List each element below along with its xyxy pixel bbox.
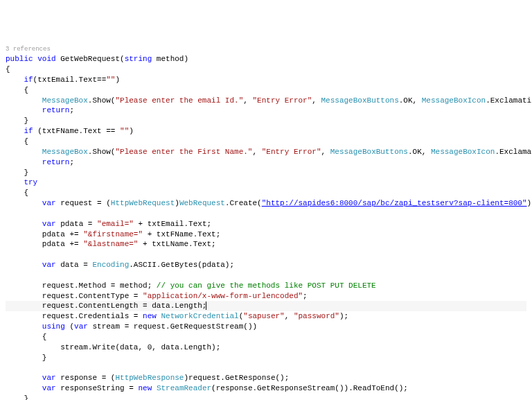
resp-a: response = ( — [56, 374, 116, 382]
pd3a: pdata += — [42, 240, 83, 248]
rs-a: responseString = — [56, 384, 139, 392]
method-name: GetWebRequest( — [56, 55, 125, 63]
ok2: .OK, — [408, 148, 431, 156]
type-nc: NetworkCredential — [161, 312, 238, 320]
mbb2: MessageBoxButtons — [330, 148, 408, 156]
kw-var-stream: var — [74, 322, 88, 331]
rcr-u: "sapuser" — [243, 312, 284, 320]
kw-var-rs: var — [42, 384, 56, 392]
rct-a: request.ContentType = — [42, 292, 143, 300]
cond2-close: ) — [129, 127, 134, 135]
rs-c: (response.GetResponseStream()).ReadToEnd… — [211, 384, 408, 392]
cond2: (txtFName.Text == — [33, 127, 120, 135]
mbi2: MessageBoxIcon — [431, 148, 495, 156]
type-hwr: HttpWebRequest — [111, 199, 175, 207]
msg1: "Please enter the email Id." — [115, 96, 243, 105]
sw: stream.Write(data, 0, data.Length); — [60, 343, 220, 351]
title2: "Entry Error" — [262, 148, 321, 156]
pd2s: "&firstname=" — [83, 230, 143, 238]
type-enc: Encoding — [92, 261, 129, 269]
kw-if2: if — [24, 127, 33, 135]
kw-var-pd1: var — [42, 220, 56, 228]
rcr-p: "password" — [294, 312, 339, 320]
req-c: .Create( — [225, 199, 262, 207]
type-hwresp: HttpWebResponse — [115, 374, 184, 382]
kw-var-dat: var — [42, 261, 56, 269]
type-mb1: MessageBox — [42, 96, 88, 105]
rct-s: "application/x-www-form-urlencoded" — [143, 292, 303, 300]
req-a: request = ( — [56, 199, 111, 207]
pd2b: + txtFName.Text; — [143, 230, 220, 238]
codelens-refs[interactable]: 3 references — [6, 46, 51, 53]
c1b: , — [312, 96, 321, 105]
pd1a: pdata = — [56, 220, 97, 228]
comment-methods: // you can give the methods like POST PU… — [157, 281, 376, 290]
exc2: .Exclamation); — [495, 148, 532, 156]
exc1: .Exclamation); — [486, 96, 532, 105]
code-editor[interactable]: 3 references public void GetWebRequest(s… — [6, 44, 526, 400]
pd3s: "&lastname=" — [83, 240, 138, 248]
str-empty1: "" — [106, 76, 115, 84]
pd1b: + txtEmail.Text; — [134, 220, 211, 228]
kw-new-cred: new — [143, 312, 157, 320]
kw-string: string — [125, 55, 152, 63]
rcl: request.ContentLength = data.Length; — [42, 302, 207, 310]
kw-var-req: var — [42, 199, 56, 207]
resp-b: )request.GetResponse(); — [184, 374, 289, 382]
show1: .Show( — [88, 96, 116, 105]
mbb1: MessageBoxButtons — [321, 96, 399, 105]
pd3b: + txtLName.Text; — [138, 240, 215, 248]
url-link[interactable]: "http://sapides6:8000/sap/bc/zapi_testse… — [262, 199, 527, 207]
rm-a: request.Method = method; — [42, 281, 157, 290]
kw-void: void — [37, 55, 55, 63]
kw-using: using — [42, 322, 65, 331]
ok1: .OK, — [399, 96, 422, 105]
type-wr: WebRequest — [179, 199, 225, 207]
rcr-d: , — [285, 312, 294, 320]
title1: "Entry Error" — [252, 96, 312, 105]
cond1: (txtEmail.Text== — [33, 76, 107, 84]
kw-return2: return — [42, 158, 70, 166]
kw-new-sr: new — [138, 384, 152, 392]
type-mb2: MessageBox — [42, 148, 88, 156]
c1a: , — [243, 96, 252, 105]
kw-var-resp: var — [42, 374, 56, 382]
us-b: stream = request.GetRequestStream()) — [88, 322, 257, 331]
kw-try: try — [24, 178, 37, 186]
str-empty2: "" — [120, 127, 129, 135]
c2b: , — [321, 148, 330, 156]
req-b: ) — [175, 199, 179, 207]
mbi1: MessageBoxIcon — [422, 96, 486, 105]
pd2a: pdata += — [42, 230, 83, 238]
type-sr: StreamReader — [157, 384, 211, 392]
pd1s: "email=" — [97, 220, 134, 228]
param: method) — [152, 55, 188, 63]
kw-public: public — [6, 55, 33, 63]
msg2: "Please enter the First Name." — [115, 148, 252, 156]
c2a: , — [252, 148, 261, 156]
rct-b: ; — [303, 292, 308, 300]
kw-if: if — [24, 76, 33, 84]
cond1-close: ) — [115, 76, 120, 84]
us-a: ( — [65, 322, 74, 331]
dat-b: .ASCII.GetBytes(pdata); — [129, 261, 234, 269]
rs-b — [152, 384, 157, 392]
rcr-e: ); — [339, 312, 348, 320]
rcr-a: request.Credentials = — [42, 312, 143, 320]
kw-return1: return — [42, 106, 70, 114]
dat-a: data = — [56, 261, 93, 269]
show2: .Show( — [88, 148, 116, 156]
req-d: ); — [527, 199, 532, 207]
